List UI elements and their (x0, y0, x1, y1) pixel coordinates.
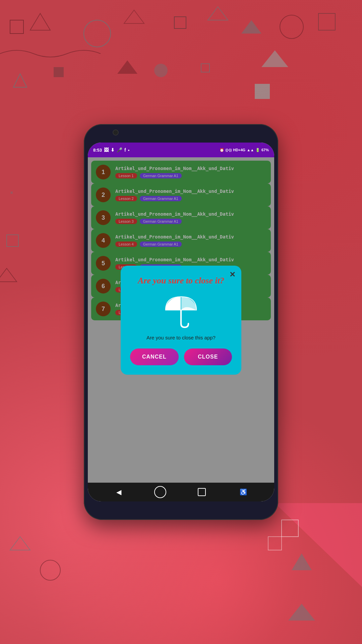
dialog-buttons: CANCEL CLOSE (130, 348, 232, 365)
dialog-x-button[interactable]: ✕ (229, 271, 235, 278)
download-icon: ⬇ (111, 147, 115, 153)
facebook-icon: f (124, 147, 126, 153)
cancel-button[interactable]: CANCEL (130, 348, 179, 365)
bottom-navigation: ◀ ♿ (88, 483, 274, 501)
dialog-title: Are you sure to close it? (130, 276, 232, 286)
home-icon (154, 486, 166, 498)
dialog-message: Are you sure to close this app? (130, 335, 232, 340)
status-bar: 8:53 🖼 ⬇ 🎤 f • ⏰ ((•)) HD+4G ▲▲ 🔋 67% (88, 143, 274, 157)
status-time: 8:53 (93, 148, 102, 153)
dialog-overlay: ✕ Are you sure to close it? (88, 157, 274, 483)
status-left: 8:53 🖼 ⬇ 🎤 f • (93, 147, 129, 153)
accessibility-button[interactable]: ♿ (237, 486, 249, 498)
lesson-list: 1 Artikel_und_Pronomen_im_Nom__Akk_und_D… (88, 157, 274, 483)
home-button[interactable] (154, 486, 166, 498)
back-button[interactable]: ◀ (113, 486, 125, 498)
close-button[interactable]: CLOSE (184, 348, 232, 365)
alarm-icon: ⏰ (220, 148, 224, 152)
recent-apps-icon (198, 488, 206, 496)
phone-screen: 8:53 🖼 ⬇ 🎤 f • ⏰ ((•)) HD+4G ▲▲ 🔋 67% 1 … (88, 143, 274, 501)
status-right: ⏰ ((•)) HD+4G ▲▲ 🔋 67% (220, 148, 269, 152)
back-icon: ◀ (116, 488, 121, 496)
umbrella-icon (163, 291, 199, 328)
signal-icon: ▲▲ (247, 148, 254, 152)
recent-apps-button[interactable] (196, 486, 208, 498)
battery-icon: 🔋 (255, 148, 260, 152)
phone-camera (113, 129, 119, 136)
photo-icon: 🖼 (104, 147, 109, 153)
network-type: HD+4G (233, 148, 245, 152)
dot-indicator: • (128, 148, 130, 153)
mic-icon: 🎤 (117, 147, 122, 153)
phone-device: 8:53 🖼 ⬇ 🎤 f • ⏰ ((•)) HD+4G ▲▲ 🔋 67% 1 … (84, 124, 278, 520)
accessibility-icon: ♿ (240, 488, 247, 496)
close-confirmation-dialog: ✕ Are you sure to close it? (121, 266, 241, 375)
dialog-icon-container (130, 291, 232, 328)
battery-percent: 67% (261, 148, 269, 152)
wifi-icon: ((•)) (226, 148, 232, 152)
